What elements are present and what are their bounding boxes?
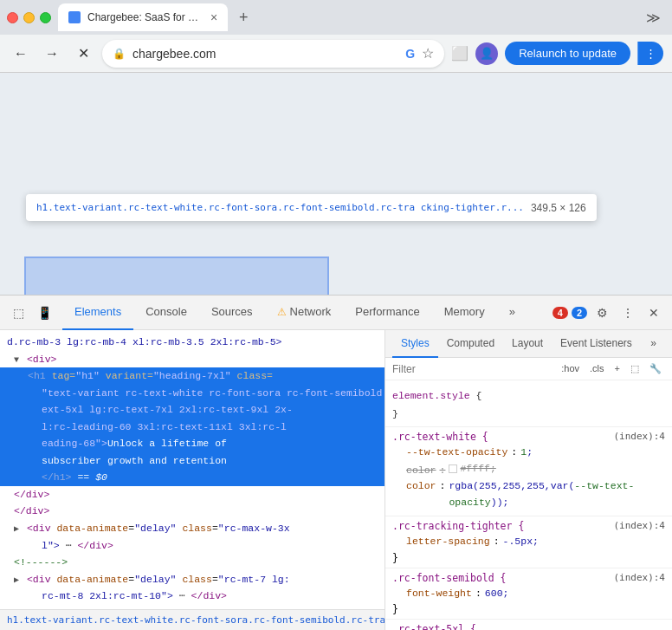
element-style-close: } bbox=[392, 406, 665, 424]
back-button[interactable]: ← bbox=[9, 42, 33, 66]
new-tab-button[interactable]: + bbox=[231, 5, 255, 29]
styles-content: element.style { } .rc-text-white { (inde… bbox=[385, 380, 672, 630]
prop-color-strike: color: #ffff; bbox=[406, 461, 665, 479]
error-badge: 4 bbox=[552, 307, 568, 319]
filter-actions: :hov .cls + ⬚ 🔧 bbox=[558, 361, 665, 376]
tab-more[interactable]: » bbox=[497, 296, 527, 330]
element-style-rule: element.style { } bbox=[385, 384, 672, 427]
rule-source: (index):4 bbox=[613, 520, 665, 532]
add-style-button[interactable]: + bbox=[611, 361, 624, 376]
rule-source: (index):4 bbox=[613, 431, 665, 443]
tree-line-animate2-cont: rc-mt-8 2xl:rc-mt-10"> ⋯ </div> bbox=[0, 588, 384, 605]
new-style-rule-button[interactable]: ⬚ bbox=[627, 361, 643, 376]
browser-frame: Chargebee: SaaS for Effectiv × + ≫ ← → ✕… bbox=[0, 0, 672, 630]
tree-line-selected-cont4[interactable]: eading-68">Unlock a lifetime of bbox=[0, 435, 384, 452]
tree-line-comment: <!------> bbox=[0, 554, 384, 571]
rule-selector: .rc-text-white { bbox=[392, 431, 488, 443]
prop-font-weight: font-weight: 600; bbox=[406, 586, 665, 601]
devtools-breadcrumb: h1.text-variant.rc-text-white.rc-font-so… bbox=[0, 609, 384, 630]
rule-header: .rc-font-semibold { (index):4 bbox=[392, 572, 665, 584]
settings-icon[interactable]: ⚙ bbox=[591, 302, 613, 324]
styles-tab-computed[interactable]: Computed bbox=[438, 330, 503, 358]
devtools-panel: ⬚ 📱 Elements Console Sources ⚠Network Pe… bbox=[0, 295, 672, 630]
tab-overflow-button[interactable]: ≫ bbox=[641, 5, 665, 29]
profile-icon[interactable]: 👤 bbox=[475, 42, 498, 65]
styles-tab-layout[interactable]: Layout bbox=[503, 330, 552, 358]
tab-console[interactable]: Console bbox=[133, 296, 199, 330]
tree-line-selected-close[interactable]: </h1> == $0 bbox=[0, 469, 384, 486]
tree-line: </div> bbox=[0, 503, 384, 520]
tab-performance-label: Performance bbox=[355, 305, 419, 318]
device-toolbar-icon[interactable]: 📱 bbox=[33, 302, 55, 324]
tab-title: Chargebee: SaaS for Effectiv bbox=[87, 11, 200, 23]
rule-header: .rc-tracking-tighter { (index):4 bbox=[392, 520, 665, 532]
tree-line-selected[interactable]: <h1 tag="h1" variant="heading-7xl" class… bbox=[0, 367, 384, 385]
tree-line-selected-cont3[interactable]: l:rc-leading-60 3xl:rc-text-11xl 3xl:rc-… bbox=[0, 419, 384, 436]
inspect-element-icon[interactable]: ⬚ bbox=[7, 302, 29, 324]
rule-body: --tw-text-opacity: 1; color: #ffff; bbox=[392, 443, 665, 512]
tree-line-animate1: ▶ <div data-animate="delay" class="rc-ma… bbox=[0, 520, 384, 537]
styles-tab-styles[interactable]: Styles bbox=[392, 330, 438, 358]
relaunch-update-menu-button[interactable]: ⋮ bbox=[637, 42, 663, 65]
more-options-icon[interactable]: ⋮ bbox=[617, 302, 639, 324]
browser-tab[interactable]: Chargebee: SaaS for Effectiv × bbox=[58, 3, 228, 31]
reload-button[interactable]: ✕ bbox=[71, 42, 95, 66]
forward-button[interactable]: → bbox=[40, 42, 64, 66]
tab-elements[interactable]: Elements bbox=[62, 296, 133, 330]
page-content: h1.text-variant.rc-text-white.rc-font-so… bbox=[0, 73, 672, 295]
toggle-changes-button[interactable]: 🔧 bbox=[646, 361, 665, 376]
tab-favicon bbox=[68, 11, 81, 23]
close-devtools-icon[interactable]: ✕ bbox=[643, 302, 665, 324]
tree-line-selected-cont[interactable]: "text-variant rc-text-white rc-font-sora… bbox=[0, 385, 384, 402]
tab-sources-label: Sources bbox=[211, 305, 253, 318]
devtools-icon-group: ⬚ 📱 bbox=[0, 302, 62, 324]
filter-input[interactable] bbox=[392, 363, 554, 375]
main-area: h1.text-variant.rc-text-white.rc-font-so… bbox=[0, 73, 672, 630]
rule-body: font-weight: 600; bbox=[392, 584, 665, 603]
rule-body: letter-spacing: -.5px; bbox=[392, 532, 665, 551]
element-style-header: element.style { bbox=[392, 387, 665, 406]
style-rule-rc-text-5xl: .rc-text-5xl { bbox=[385, 620, 672, 630]
class-state-button[interactable]: .cls bbox=[586, 361, 608, 376]
element-tooltip: h1.text-variant.rc-text-white.rc-font-so… bbox=[26, 194, 597, 221]
prop-color: color: rgba(255,255,255,var(--tw-text-op… bbox=[406, 478, 665, 510]
tab-memory[interactable]: Memory bbox=[432, 296, 497, 330]
minimize-button[interactable] bbox=[23, 12, 35, 23]
tab-close-button[interactable]: × bbox=[210, 10, 217, 24]
rule-selector: .rc-font-semibold { bbox=[392, 572, 507, 584]
tab-network[interactable]: ⚠Network bbox=[265, 296, 344, 330]
lock-icon: 🔒 bbox=[113, 48, 126, 60]
tab-bar: Chargebee: SaaS for Effectiv × + ≫ bbox=[58, 3, 665, 31]
styles-tabs: Styles Computed Layout Event Listeners » bbox=[385, 330, 672, 358]
address-bar[interactable]: 🔒 chargebee.com G ☆ bbox=[102, 40, 444, 68]
styles-tab-event-listeners[interactable]: Event Listeners bbox=[552, 330, 641, 358]
style-rule-rc-tracking-tighter: .rc-tracking-tighter { (index):4 letter-… bbox=[385, 516, 672, 568]
hover-state-button[interactable]: :hov bbox=[558, 361, 583, 376]
tree-line-animate1-cont: l"> ⋯ </div> bbox=[0, 537, 384, 555]
color-swatch-white bbox=[449, 464, 457, 473]
tooltip-dimensions: 349.5 × 126 bbox=[531, 202, 586, 214]
prop-letter-spacing: letter-spacing: -.5px; bbox=[406, 534, 665, 549]
tree-line-selected-cont5[interactable]: subscriber growth and retention bbox=[0, 452, 384, 470]
styles-tab-more[interactable]: » bbox=[642, 330, 665, 358]
tooltip-selector: h1.text-variant.rc-text-white.rc-font-so… bbox=[36, 201, 524, 214]
devtools-main: d.rc-mb-3 lg:rc-mb-4 xl:rc-mb-3.5 2xl:rc… bbox=[0, 330, 672, 630]
rule-header: .rc-text-white { (index):4 bbox=[392, 431, 665, 443]
prop-tw-text-opacity: --tw-text-opacity: 1; bbox=[406, 445, 665, 460]
devtools-tabs: Elements Console Sources ⚠Network Perfor… bbox=[62, 296, 546, 330]
devtools-actions: 4 2 ⚙ ⋮ ✕ bbox=[546, 302, 672, 324]
rule-header: .rc-text-5xl { bbox=[392, 623, 665, 630]
tab-performance[interactable]: Performance bbox=[343, 296, 431, 330]
elements-tree[interactable]: d.rc-mb-3 lg:rc-mb-4 xl:rc-mb-3.5 2xl:rc… bbox=[0, 330, 384, 609]
tab-sources[interactable]: Sources bbox=[199, 296, 265, 330]
tree-line-selected-cont2[interactable]: ext-5xl lg:rc-text-7xl 2xl:rc-text-9xl 2… bbox=[0, 401, 384, 419]
elements-panel: d.rc-mb-3 lg:rc-mb-4 xl:rc-mb-3.5 2xl:rc… bbox=[0, 330, 385, 630]
maximize-button[interactable] bbox=[40, 12, 51, 23]
relaunch-update-button[interactable]: Relaunch to update bbox=[505, 42, 630, 65]
bookmark-icon[interactable]: ☆ bbox=[422, 45, 434, 62]
cast-icon[interactable]: ⬜ bbox=[451, 45, 468, 62]
styles-panel: Styles Computed Layout Event Listeners »… bbox=[385, 330, 672, 630]
rule-selector: .rc-tracking-tighter { bbox=[392, 520, 524, 532]
close-button[interactable] bbox=[7, 12, 18, 23]
rule-selector: .rc-text-5xl { bbox=[392, 623, 476, 630]
